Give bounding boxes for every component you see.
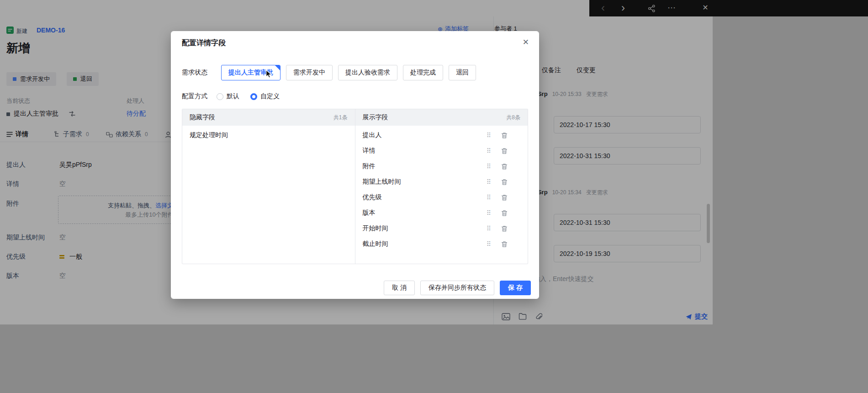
delete-field-icon[interactable] [501,148,508,154]
delete-field-icon[interactable] [501,225,508,232]
shown-fields-header: 展示字段 共8条 [355,109,528,126]
delete-field-icon[interactable] [501,163,508,170]
dialog-footer: 取 消 保存并同步所有状态 保 存 [384,281,531,295]
hidden-fields-list: 规定处理时间 [182,126,355,264]
dialog-title: 配置详情字段 [182,38,226,48]
fields-panel: 隐藏字段 共1条 展示字段 共8条 规定处理时间 提出人 ⠿ [182,109,528,264]
save-sync-all-button[interactable]: 保存并同步所有状态 [420,281,494,295]
field-label: 截止时间 [363,240,388,248]
hidden-fields-count: 共1条 [333,114,348,122]
hidden-fields-title: 隐藏字段 [190,113,215,122]
field-label: 开始时间 [363,224,388,233]
drag-handle-icon[interactable]: ⠿ [487,147,491,154]
status-option-developing[interactable]: 需求开发中 [286,65,333,80]
dialog-close-icon[interactable]: ✕ [523,37,529,47]
delete-field-icon[interactable] [501,194,508,201]
field-label: 优先级 [363,193,382,202]
cancel-button[interactable]: 取 消 [384,281,415,295]
radio-default[interactable]: 默认 [217,92,239,101]
field-label: 期望上线时间 [363,178,401,186]
shown-field-item: 开始时间 ⠿ [355,221,528,236]
status-option-returned[interactable]: 退回 [449,65,476,80]
field-label: 提出人 [363,131,382,139]
shown-fields-title: 展示字段 [363,113,388,122]
mouse-cursor [265,69,272,80]
shown-field-item: 版本 ⠿ [355,205,528,221]
shown-fields-count: 共8条 [506,114,520,122]
drag-handle-icon[interactable]: ⠿ [487,194,491,201]
radio-custom[interactable]: 自定义 [250,92,280,101]
drag-handle-icon[interactable]: ⠿ [487,132,491,139]
status-selector-label: 需求状态 [182,69,207,77]
delete-field-icon[interactable] [501,210,508,217]
radio-circle-icon [217,93,223,100]
field-label: 附件 [363,162,376,170]
field-label: 详情 [363,147,376,155]
config-mode-row: 配置方式 默认 自定义 [182,92,291,101]
drag-handle-icon[interactable]: ⠿ [487,163,491,170]
shown-field-item: 期望上线时间 ⠿ [355,174,528,190]
shown-field-item: 提出人 ⠿ [355,127,528,143]
hidden-fields-header: 隐藏字段 共1条 [182,109,355,126]
save-button[interactable]: 保 存 [500,281,531,295]
shown-fields-list: 提出人 ⠿ 详情 ⠿ 附件 ⠿ 期望上线时间 [355,126,528,264]
radio-selected-icon [250,93,257,100]
drag-handle-icon[interactable]: ⠿ [487,178,491,186]
drag-handle-icon[interactable]: ⠿ [487,225,491,232]
status-selector-row: 需求状态 提出人主管审批 需求开发中 提出人验收需求 处理完成 退回 [182,65,476,80]
hidden-field-item[interactable]: 规定处理时间 [182,127,355,143]
screen: 新建 DEMO-16 新增 需求开发中 退回 当前状态 处理人 提出人主管审批 … [0,0,868,393]
shown-field-item: 优先级 ⠿ [355,190,528,205]
status-option-acceptance[interactable]: 提出人验收需求 [338,65,397,80]
configure-fields-dialog: 配置详情字段 ✕ 需求状态 提出人主管审批 需求开发中 提出人验收需求 处理完成… [171,31,539,299]
shown-field-item: 详情 ⠿ [355,143,528,159]
delete-field-icon[interactable] [501,132,508,139]
drag-handle-icon[interactable]: ⠿ [487,209,491,217]
shown-field-item: 截止时间 ⠿ [355,236,528,252]
fields-panel-header: 隐藏字段 共1条 展示字段 共8条 [182,109,528,126]
drag-handle-icon[interactable]: ⠿ [487,240,491,248]
delete-field-icon[interactable] [501,241,508,248]
field-label: 版本 [363,209,376,217]
delete-field-icon[interactable] [501,179,508,186]
config-mode-label: 配置方式 [182,92,207,101]
shown-field-item: 附件 ⠿ [355,159,528,174]
status-option-done[interactable]: 处理完成 [403,65,443,80]
